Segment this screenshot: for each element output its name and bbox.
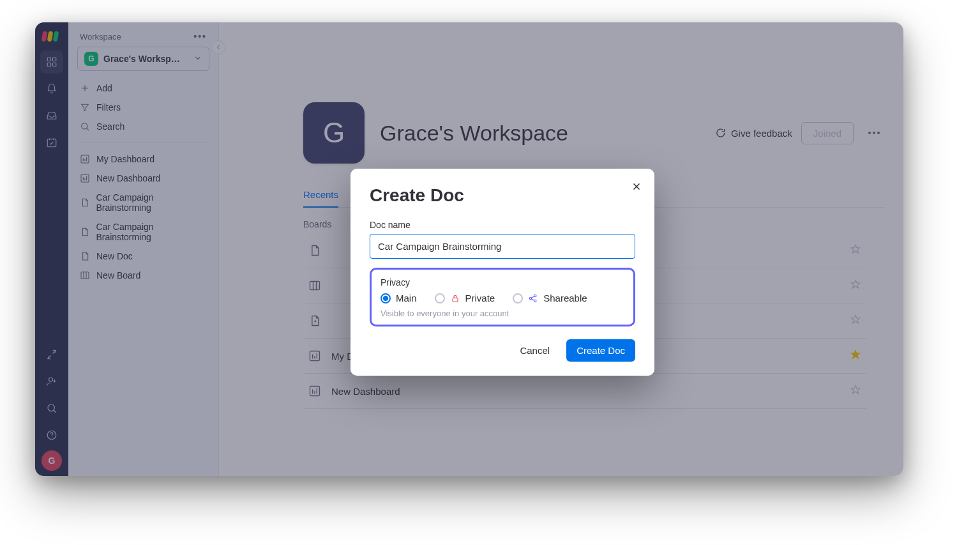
privacy-label: Privacy: [381, 277, 624, 288]
app-window: G Workspace ••• G Grace's Worksp… Add Fi…: [35, 22, 903, 476]
doc-name-label: Doc name: [370, 220, 635, 230]
svg-point-6: [48, 404, 55, 411]
chevron-down-icon: [193, 54, 202, 65]
sidebar-item-label: Search: [96, 121, 124, 132]
sidebar-item-label: Filters: [96, 102, 121, 112]
more-options-button[interactable]: [863, 121, 886, 144]
sidebar-item-label: Add: [96, 83, 112, 93]
svg-rect-12: [81, 272, 89, 279]
sidebar-item-dashboard[interactable]: My Dashboard: [75, 150, 212, 169]
product-logo: [42, 30, 61, 42]
privacy-section: Privacy Main Private Shareable Visible t…: [370, 268, 635, 326]
inbox-icon[interactable]: [40, 104, 63, 127]
dashboard-icon: [308, 385, 321, 397]
create-doc-modal: Create Doc Doc name Privacy Main Private…: [351, 169, 654, 376]
doc-name-input[interactable]: [370, 234, 635, 259]
option-label: Main: [396, 293, 417, 303]
joined-button[interactable]: Joined: [801, 122, 854, 144]
sidebar: Workspace ••• G Grace's Worksp… Add Filt…: [68, 22, 219, 476]
invite-icon[interactable]: [40, 370, 63, 393]
star-icon[interactable]: [850, 349, 861, 363]
svg-rect-13: [310, 281, 320, 289]
dashboard-icon: [308, 349, 321, 362]
sidebar-item-dashboard[interactable]: New Dashboard: [75, 169, 212, 188]
sidebar-item-label: New Board: [96, 270, 140, 280]
option-label: Private: [465, 293, 495, 303]
modal-title: Create Doc: [370, 185, 635, 206]
give-feedback-button[interactable]: Give feedback: [714, 127, 792, 139]
sidebar-item-label: My Dashboard: [96, 154, 155, 164]
tab-recents[interactable]: Recents: [303, 189, 338, 208]
sidebar-filters-button[interactable]: Filters: [75, 98, 212, 117]
cancel-button[interactable]: Cancel: [509, 339, 560, 362]
sidebar-add-button[interactable]: Add: [75, 79, 212, 98]
sidebar-section-title: Workspace: [80, 32, 121, 42]
close-button[interactable]: [628, 178, 645, 196]
sidebar-item-doc[interactable]: Car Campaign Brainstorming: [75, 217, 212, 247]
svg-point-9: [82, 123, 87, 129]
board-icon: [308, 279, 321, 292]
privacy-option-shareable[interactable]: Shareable: [513, 293, 587, 303]
svg-rect-3: [53, 63, 56, 66]
svg-rect-1: [53, 58, 56, 61]
workspace-badge: G: [84, 52, 98, 66]
sidebar-item-label: Car Campaign Brainstorming: [96, 192, 207, 213]
sidebar-search-button[interactable]: Search: [75, 117, 212, 136]
create-doc-button[interactable]: Create Doc: [566, 339, 635, 362]
privacy-option-private[interactable]: Private: [435, 293, 495, 303]
collapse-sidebar-button[interactable]: [211, 40, 225, 54]
radio-icon: [435, 293, 445, 303]
integrations-icon[interactable]: [40, 343, 63, 366]
doc-add-icon: [308, 314, 321, 327]
list-item[interactable]: New Dashboard: [303, 374, 866, 409]
page-title: Grace's Workspace: [380, 121, 568, 146]
sidebar-divider: [77, 142, 209, 143]
lock-icon: [450, 293, 460, 303]
star-icon[interactable]: [850, 279, 861, 293]
svg-point-8: [51, 437, 52, 438]
svg-rect-2: [47, 63, 50, 66]
star-icon[interactable]: [850, 243, 861, 257]
sidebar-menu-button[interactable]: •••: [193, 31, 207, 42]
row-name: New Dashboard: [331, 386, 840, 397]
svg-rect-0: [47, 58, 50, 61]
workspace-header: G Grace's Workspace Give feedback Joined: [303, 102, 886, 164]
notifications-icon[interactable]: [40, 77, 63, 100]
sidebar-item-label: New Dashboard: [96, 173, 160, 183]
workspace-selector[interactable]: G Grace's Worksp…: [77, 47, 209, 71]
radio-icon: [381, 293, 391, 303]
workspaces-icon[interactable]: [40, 50, 63, 73]
option-label: Shareable: [543, 293, 587, 303]
help-icon[interactable]: [40, 424, 63, 447]
radio-icon: [513, 293, 523, 303]
workspace-name: Grace's Worksp…: [103, 54, 188, 64]
sidebar-item-label: New Doc: [96, 251, 133, 261]
star-icon[interactable]: [850, 314, 861, 328]
doc-icon: [308, 244, 321, 257]
nav-rail: G: [35, 22, 68, 476]
sidebar-item-doc[interactable]: Car Campaign Brainstorming: [75, 188, 212, 217]
user-avatar[interactable]: G: [41, 450, 62, 471]
sidebar-item-board[interactable]: New Board: [75, 266, 212, 285]
share-icon: [528, 293, 538, 303]
close-icon: [631, 181, 642, 192]
workspace-tile: G: [303, 102, 365, 164]
star-icon[interactable]: [850, 384, 861, 398]
svg-point-5: [49, 378, 53, 381]
svg-rect-16: [453, 298, 458, 302]
sidebar-item-doc[interactable]: New Doc: [75, 247, 212, 266]
privacy-hint: Visible to everyone in your account: [381, 309, 624, 318]
privacy-option-main[interactable]: Main: [381, 293, 417, 303]
search-icon[interactable]: [40, 397, 63, 420]
sidebar-item-label: Car Campaign Brainstorming: [96, 222, 207, 242]
feedback-label: Give feedback: [731, 128, 792, 139]
calendar-icon[interactable]: [40, 131, 63, 154]
sidebar-items: My Dashboard New Dashboard Car Campaign …: [75, 150, 212, 285]
